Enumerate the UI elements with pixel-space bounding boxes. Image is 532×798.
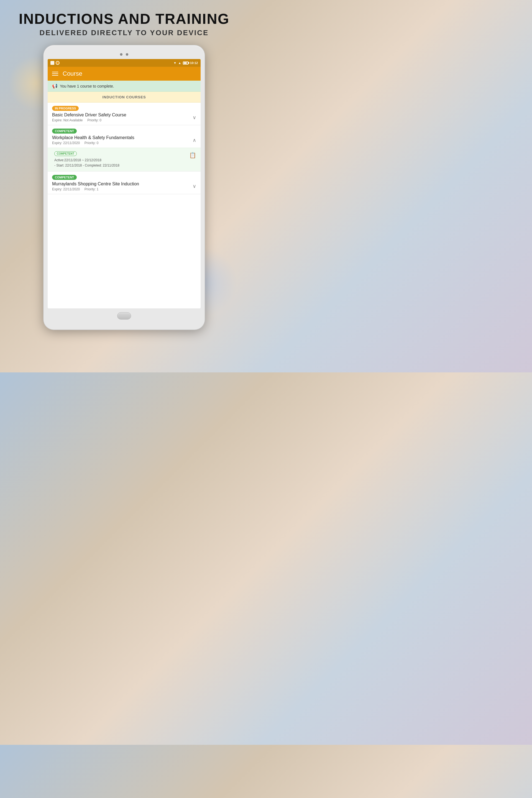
wifi-icon: ▼: [173, 61, 176, 64]
app-title: Course: [63, 70, 82, 77]
section-header: INDUCTION COURSES: [48, 92, 201, 102]
tablet-top-bar: [48, 51, 201, 59]
course-2-status-badge: COMPETENT: [52, 129, 77, 134]
course-1-status-badge: IN PROGRESS: [52, 106, 79, 111]
notification-banner: 📢 You have 1 course to complete.: [48, 81, 201, 92]
course-2-info: Workplace Health & Safety Fundamentals E…: [52, 135, 193, 145]
course-1-meta: Expire: Not Available Priority: 0: [52, 118, 193, 122]
course-2-title: Workplace Health & Safety Fundamentals: [52, 135, 193, 140]
headline: INDUCTIONS AND TRAINING: [19, 11, 230, 27]
course-1-row[interactable]: Basic Defensive Driver Safety Course Exp…: [48, 111, 201, 125]
hamburger-line-2: [52, 73, 58, 74]
tablet-home-bar: [48, 308, 201, 321]
document-icon[interactable]: 📋: [189, 152, 196, 158]
home-button[interactable]: [117, 312, 131, 320]
course-3-meta: Expiry: 22/11/2020 Priority: 1: [52, 187, 193, 191]
sub-badge-competent: COMPETENT: [54, 151, 77, 156]
course-item-1: IN PROGRESS Basic Defensive Driver Safet…: [48, 102, 201, 125]
course-2-expanded: COMPETENT Active:22/11/2018 ~ 22/12/2018…: [48, 148, 201, 171]
course-3-spacer: [81, 187, 83, 191]
course-2-meta: Expiry: 22/11/2020 Priority: 0: [52, 141, 193, 145]
course-2-spacer: [81, 141, 83, 145]
notification-icon: [51, 61, 54, 65]
course-item-2: COMPETENT Workplace Health & Safety Fund…: [48, 125, 201, 171]
empty-content-area: [48, 194, 201, 305]
tablet-screen: ▼ ▲ 10:12 Course 📢 You have 1 course to …: [48, 59, 201, 308]
tablet-device: ▼ ▲ 10:12 Course 📢 You have 1 course to …: [44, 45, 205, 329]
course-1-badge-container: IN PROGRESS: [48, 102, 201, 111]
course-3-priority: Priority: 1: [84, 187, 99, 191]
battery-icon: [183, 61, 188, 64]
signal-icon: ▲: [178, 61, 181, 64]
course-3-row[interactable]: Murraylands Shopping Centre Site Inducti…: [48, 180, 201, 194]
status-bar: ▼ ▲ 10:12: [48, 59, 201, 67]
course-2-sub-info: COMPETENT Active:22/11/2018 ~ 22/12/2018…: [54, 151, 119, 168]
status-bar-right: ▼ ▲ 10:12: [173, 61, 198, 64]
course-2-chevron: ∧: [193, 137, 196, 143]
course-1-chevron: ∨: [193, 114, 196, 120]
course-3-expire: Expiry: 22/11/2020: [52, 187, 80, 191]
notification-text: You have 1 course to complete.: [60, 84, 114, 89]
course-1-spacer: [84, 118, 87, 122]
status-bar-left: [51, 61, 60, 65]
course-item-3: COMPETENT Murraylands Shopping Centre Si…: [48, 172, 201, 194]
course-3-badge-container: COMPETENT: [48, 172, 201, 180]
sub-start-completed: - Start: 22/11/2018 - Completed: 22/11/2…: [54, 163, 119, 168]
course-2-row[interactable]: Workplace Health & Safety Fundamentals E…: [48, 134, 201, 148]
hamburger-menu-button[interactable]: [52, 72, 58, 76]
course-3-status-badge: COMPETENT: [52, 175, 77, 180]
circle-icon: [56, 61, 60, 65]
camera-dot-right: [126, 53, 128, 56]
sub-active-range: Active:22/11/2018 ~ 22/12/2018: [54, 158, 119, 163]
time-display: 10:12: [190, 61, 198, 64]
course-1-title: Basic Defensive Driver Safety Course: [52, 113, 193, 117]
course-1-expire: Expire: Not Available: [52, 118, 83, 122]
course-list: IN PROGRESS Basic Defensive Driver Safet…: [48, 102, 201, 305]
camera-dot-left: [120, 53, 122, 56]
hamburger-line-1: [52, 72, 58, 72]
course-3-chevron: ∨: [193, 183, 196, 189]
course-2-priority: Priority: 0: [84, 141, 99, 145]
section-label: INDUCTION COURSES: [102, 95, 146, 99]
megaphone-icon: 📢: [52, 83, 58, 89]
hamburger-line-3: [52, 75, 58, 76]
course-2-badge-container: COMPETENT: [48, 125, 201, 134]
course-1-priority: Priority: 0: [87, 118, 101, 122]
page-title-block: INDUCTIONS AND TRAINING DELIVERED DIRECT…: [19, 11, 230, 37]
course-3-info: Murraylands Shopping Centre Site Inducti…: [52, 182, 193, 191]
app-header: Course: [48, 67, 201, 81]
course-2-expire: Expiry: 22/11/2020: [52, 141, 80, 145]
course-3-title: Murraylands Shopping Centre Site Inducti…: [52, 182, 193, 187]
course-1-info: Basic Defensive Driver Safety Course Exp…: [52, 113, 193, 122]
subheadline: DELIVERED DIRECTLY TO YOUR DEVICE: [19, 28, 230, 37]
